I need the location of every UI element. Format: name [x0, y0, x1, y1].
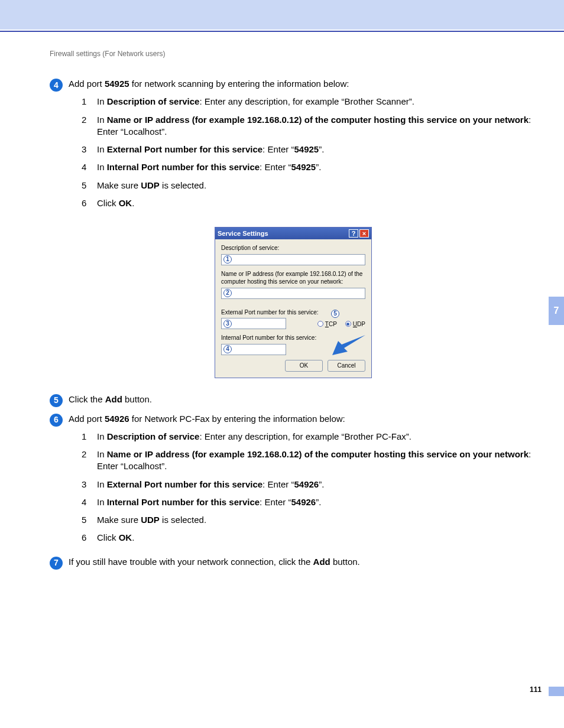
n: 2	[82, 114, 91, 138]
step-7-body: If you still have trouble with your netw…	[69, 556, 537, 570]
t: In Name or IP address (for example 192.1…	[97, 114, 537, 138]
arrow-icon	[332, 335, 365, 355]
t: UDP	[141, 180, 160, 190]
t: In Name or IP address (for example 192.1…	[97, 448, 537, 473]
t: ”.	[316, 162, 321, 172]
t: for network scanning by entering the inf…	[129, 79, 349, 89]
list-item: 6Click OK.	[82, 197, 537, 209]
external-port-input[interactable]: 3	[221, 318, 286, 329]
t: is selected.	[160, 515, 206, 525]
t: 54925	[105, 79, 129, 89]
t: button.	[122, 394, 152, 404]
list-item: 1In Description of service: Enter any de…	[82, 96, 537, 108]
t: In	[97, 497, 107, 507]
step-6-list: 1In Description of service: Enter any de…	[82, 431, 537, 544]
t: : Enter “	[262, 479, 294, 489]
t: Make sure	[97, 515, 141, 525]
dialog-buttons: OK Cancel	[221, 360, 365, 372]
t: In	[97, 162, 107, 172]
n: 3	[82, 144, 91, 155]
dialog-body: Description of service: 1 Name or IP add…	[215, 239, 371, 378]
t: .	[132, 532, 134, 542]
n: 6	[82, 532, 91, 544]
external-port-label: External Port number for this service:	[221, 308, 365, 317]
n: 4	[82, 496, 91, 508]
step-badge-6: 6	[50, 414, 63, 427]
callout-1: 1	[223, 255, 232, 264]
t: Click the	[69, 394, 105, 404]
dialog-figure: Service Settings ? × Description of serv…	[50, 227, 537, 378]
t: Add port	[69, 414, 105, 424]
content: 4 Add port 54925 for network scanning by…	[50, 78, 537, 573]
close-button[interactable]: ×	[359, 229, 369, 238]
list-item: 2In Name or IP address (for example 192.…	[82, 114, 537, 138]
callout-5: 5	[331, 310, 339, 318]
top-rule	[0, 31, 564, 32]
t: In Internal Port number for this service…	[97, 161, 537, 173]
n: 2	[82, 448, 91, 473]
top-band	[0, 0, 564, 30]
ok-button[interactable]: OK	[285, 360, 323, 372]
t: In Internal Port number for this service…	[97, 496, 537, 508]
step-5: 5 Click the Add button.	[50, 394, 537, 407]
page-number-bar	[549, 687, 564, 696]
t: In	[97, 431, 107, 441]
step-5-body: Click the Add button.	[69, 394, 537, 407]
t: Make sure UDP is selected.	[97, 514, 537, 526]
step-4: 4 Add port 54925 for network scanning by…	[50, 78, 537, 215]
list-item: 5Make sure UDP is selected.	[82, 514, 537, 526]
t: UDP	[141, 515, 160, 525]
t: In	[97, 115, 107, 125]
n: 1	[82, 96, 91, 108]
t: Click	[97, 532, 119, 542]
step-6: 6 Add port 54926 for Network PC-Fax by e…	[50, 413, 537, 550]
tcp-radio[interactable]: TCP	[317, 320, 337, 329]
t: Name or IP address (for example 192.168.…	[107, 449, 529, 459]
dialog-titlebar: Service Settings ? ×	[215, 228, 371, 239]
n: 1	[82, 431, 91, 443]
t: In	[97, 144, 107, 154]
step-badge-4: 4	[50, 79, 63, 92]
help-button[interactable]: ?	[349, 229, 358, 238]
list-item: 3In External Port number for this servic…	[82, 479, 537, 490]
t: 54925	[294, 144, 319, 154]
external-row: 3 5 TCP UDP	[221, 318, 365, 329]
t: In External Port number for this service…	[97, 144, 537, 155]
t: OK	[119, 532, 132, 542]
t: button.	[330, 557, 360, 567]
t: In	[97, 96, 107, 106]
cancel-button[interactable]: Cancel	[328, 360, 365, 372]
t: Click OK.	[97, 197, 537, 209]
list-item: 1In Description of service: Enter any de…	[82, 431, 537, 443]
t: 54925	[291, 162, 316, 172]
n: 3	[82, 479, 91, 490]
step-4-list: 1In Description of service: Enter any de…	[82, 96, 537, 209]
t: Click OK.	[97, 532, 537, 544]
t: If you still have trouble with your netw…	[69, 557, 313, 567]
udp-radio[interactable]: UDP	[345, 320, 365, 329]
t: U	[353, 321, 357, 327]
list-item: 5Make sure UDP is selected.	[82, 180, 537, 191]
t: : Enter “	[260, 162, 291, 172]
description-label: Description of service:	[221, 244, 365, 252]
n: 6	[82, 197, 91, 209]
internal-port-input[interactable]: 4	[221, 344, 286, 355]
callout-2: 2	[223, 289, 232, 297]
step-7: 7 If you still have trouble with your ne…	[50, 556, 537, 570]
t: ”.	[316, 497, 321, 507]
list-item: 6Click OK.	[82, 532, 537, 544]
t: In	[97, 479, 107, 489]
list-item: 4In Internal Port number for this servic…	[82, 496, 537, 508]
ip-input[interactable]: 2	[221, 288, 365, 299]
step-badge-7: 7	[50, 557, 63, 570]
t: .	[132, 198, 134, 208]
description-input[interactable]: 1	[221, 254, 365, 265]
radio-icon	[317, 321, 323, 327]
list-item: 4In Internal Port number for this servic…	[82, 161, 537, 173]
titlebar-buttons: ? ×	[349, 229, 369, 238]
t: 54926	[291, 497, 316, 507]
page-header: Firewall settings (For Network users)	[50, 50, 165, 58]
t: Description of service	[107, 96, 200, 106]
t: Internal Port number for this service	[107, 162, 260, 172]
t: for Network PC-Fax by entering the infor…	[129, 414, 345, 424]
